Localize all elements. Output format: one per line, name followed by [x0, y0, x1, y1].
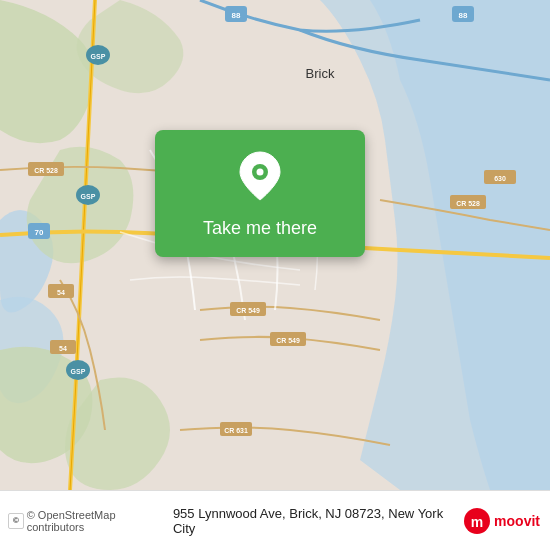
svg-text:CR 528: CR 528 [34, 167, 58, 174]
svg-text:CR 549: CR 549 [236, 307, 260, 314]
svg-text:54: 54 [59, 345, 67, 352]
svg-text:CR 631: CR 631 [224, 427, 248, 434]
address-section: 955 Lynnwood Ave, Brick, NJ 08723, New Y… [173, 506, 463, 536]
map-container: 70 GSP GSP GSP 88 88 CR 528 CR 528 CR 54… [0, 0, 550, 490]
osm-credit: © © OpenStreetMap contributors [8, 509, 173, 533]
svg-text:CR 528: CR 528 [456, 200, 480, 207]
svg-text:GSP: GSP [91, 53, 106, 60]
svg-text:m: m [471, 514, 483, 530]
moovit-logo: m moovit [463, 507, 540, 535]
svg-point-31 [257, 169, 264, 176]
osm-credit-text: © OpenStreetMap contributors [27, 509, 173, 533]
svg-text:88: 88 [232, 11, 241, 20]
moovit-icon: m [463, 507, 491, 535]
osm-logo: © [8, 513, 24, 529]
svg-text:CR 549: CR 549 [276, 337, 300, 344]
take-me-there-button-label: Take me there [203, 218, 317, 239]
svg-text:54: 54 [57, 289, 65, 296]
action-card[interactable]: Take me there [155, 130, 365, 257]
pin-icon-wrapper [238, 150, 282, 206]
bottom-bar: © © OpenStreetMap contributors 955 Lynnw… [0, 490, 550, 550]
moovit-label: moovit [494, 513, 540, 529]
svg-text:70: 70 [35, 228, 44, 237]
svg-text:630: 630 [494, 175, 506, 182]
svg-text:GSP: GSP [71, 368, 86, 375]
location-pin-icon [238, 150, 282, 202]
svg-text:Brick: Brick [306, 66, 335, 81]
address-text: 955 Lynnwood Ave, Brick, NJ 08723, New Y… [173, 506, 463, 536]
svg-text:GSP: GSP [81, 193, 96, 200]
svg-text:88: 88 [459, 11, 468, 20]
